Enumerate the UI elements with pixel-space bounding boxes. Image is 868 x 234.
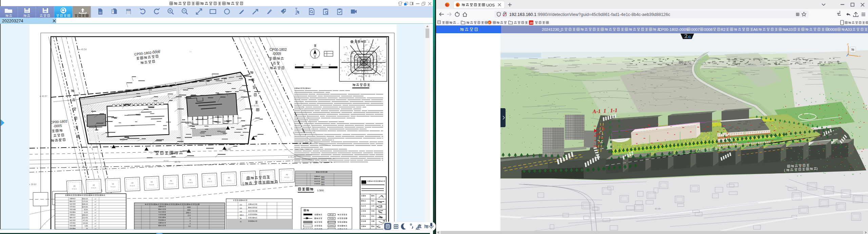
svg-text:25.50: 25.50	[84, 209, 88, 211]
svg-text:#3: #3	[131, 182, 133, 184]
svg-text:4000: 4000	[187, 207, 191, 208]
svg-text:40.54: 40.54	[81, 48, 87, 51]
svg-text:h=11.5: h=11.5	[226, 180, 231, 181]
svg-text:m²: m²	[95, 225, 96, 227]
svg-text:5800: 5800	[321, 179, 325, 180]
svg-text:5800: 5800	[321, 184, 325, 186]
svg-text:H=12m: H=12m	[329, 218, 334, 219]
svg-text:40.51: 40.51	[253, 104, 259, 107]
svg-text:CP00-1802-0005: CP00-1802-0005	[658, 27, 688, 32]
svg-text:5280.00: 5280.00	[82, 203, 88, 205]
svg-text:2082.4: 2082.4	[186, 212, 191, 214]
svg-text:m²: m²	[95, 209, 96, 211]
svg-text:□□: □□	[190, 51, 192, 53]
svg-text:39.45: 39.45	[55, 139, 61, 141]
svg-text:A6: A6	[753, 27, 758, 32]
svg-text:20: 20	[312, 64, 314, 66]
svg-text:h=11.5: h=11.5	[188, 182, 193, 183]
svg-text:#3: #3	[209, 178, 211, 180]
svg-text:h=11.5: h=11.5	[111, 186, 115, 188]
svg-text:30: 30	[320, 64, 322, 66]
svg-text:0008: 0008	[828, 27, 837, 32]
svg-text:h=11.5: h=11.5	[91, 187, 96, 189]
svg-text:20241230_: 20241230_	[542, 27, 561, 32]
svg-text:40.4h: 40.4h	[655, 208, 661, 210]
svg-text:6600.00: 6600.00	[82, 198, 88, 200]
svg-text:): )	[276, 179, 278, 183]
svg-text:JD: JD	[530, 21, 533, 24]
svg-text:UOS: UOS	[486, 3, 495, 7]
svg-text:7170.00: 7170.00	[82, 201, 88, 202]
svg-text:192.163.160.1: 192.163.160.1	[509, 12, 536, 17]
svg-text:74: 74	[240, 221, 242, 223]
svg-text:1314.50: 1314.50	[82, 217, 88, 219]
svg-text:#3: #3	[189, 179, 191, 181]
svg-text:m²: m²	[95, 212, 96, 213]
svg-text:h=11.5: h=11.5	[72, 188, 77, 190]
svg-text:17.6: 17.6	[188, 215, 191, 216]
svg-text:m²: m²	[95, 203, 96, 205]
svg-text:#3: #3	[73, 185, 75, 187]
svg-text:3F/-1F: 3F/-1F	[329, 214, 334, 216]
svg-text:#3: #3	[93, 184, 95, 186]
svg-text:40: 40	[329, 64, 331, 66]
svg-text:#3: #3	[151, 181, 153, 183]
svg-text:h=11.5: h=11.5	[149, 184, 154, 186]
svg-text:m²: m²	[95, 206, 96, 208]
svg-text:h=11.5: h=11.5	[130, 185, 135, 187]
svg-text:1:500: 1:500	[317, 189, 324, 192]
svg-text:9.0: 9.0	[240, 204, 242, 206]
svg-text:39.92: 39.92	[163, 160, 169, 162]
svg-text:0.80: 0.80	[85, 225, 88, 227]
svg-text:41.70: 41.70	[155, 50, 161, 52]
svg-text:39.88: 39.88	[225, 148, 231, 151]
svg-text:5800: 5800	[321, 181, 325, 183]
svg-text:9.6: 9.6	[240, 208, 242, 209]
svg-text:#3: #3	[228, 177, 230, 179]
svg-text:10: 10	[303, 64, 305, 66]
svg-text:6.0: 6.0	[189, 226, 191, 227]
svg-text:471.60: 471.60	[83, 220, 88, 221]
svg-text:0008: 0008	[704, 27, 713, 32]
svg-text:202203274: 202203274	[2, 19, 23, 23]
svg-text:Z: Z	[847, 43, 849, 46]
svg-text:CP00-1802: CP00-1802	[270, 48, 287, 52]
svg-text:...: ...	[457, 21, 459, 24]
svg-text:x: x	[859, 55, 861, 58]
svg-text:10.00: 10.00	[84, 212, 88, 213]
svg-text:): )	[816, 167, 818, 170]
svg-text:300.2: 300.2	[240, 214, 244, 216]
svg-text:4000: 4000	[187, 209, 191, 211]
svg-text:#3: #3	[112, 183, 114, 185]
svg-text:h=11.5: h=11.5	[284, 176, 289, 178]
svg-text:5800: 5800	[321, 176, 325, 178]
svg-text:-0009: -0009	[272, 52, 281, 56]
svg-text:m²: m²	[95, 222, 96, 224]
svg-text:39.60: 39.60	[31, 183, 37, 186]
svg-text:1890.00: 1890.00	[82, 214, 88, 216]
svg-text:103.90: 103.90	[83, 222, 88, 224]
svg-text:R2: R2	[721, 27, 726, 32]
svg-text:m²: m²	[95, 217, 96, 219]
svg-text:40.75: 40.75	[175, 161, 180, 163]
svg-text:h=11.5: h=11.5	[169, 183, 173, 184]
svg-text:m²: m²	[95, 214, 96, 216]
svg-text:-0005: -0005	[53, 124, 62, 128]
svg-text:5244.50: 5244.50	[82, 206, 88, 208]
svg-text:4.8: 4.8	[240, 211, 242, 213]
svg-text::9980/#/detectionView?guid=45c: :9980/#/detectionView?guid=45c9d861-fad1…	[537, 12, 670, 17]
svg-text:#3: #3	[286, 173, 288, 175]
svg-text:0007: 0007	[691, 27, 700, 32]
svg-text:A33: A33	[786, 27, 793, 32]
svg-text:m²: m²	[95, 220, 96, 221]
svg-text:7#: 7#	[240, 218, 242, 219]
svg-text:#3: #3	[170, 180, 172, 182]
svg-text:40.57: 40.57	[42, 95, 47, 97]
svg-text:h=11.5: h=11.5	[207, 181, 212, 182]
svg-text:m²: m²	[95, 198, 96, 200]
svg-text:A33: A33	[845, 27, 852, 32]
svg-text:m²: m²	[95, 201, 96, 202]
